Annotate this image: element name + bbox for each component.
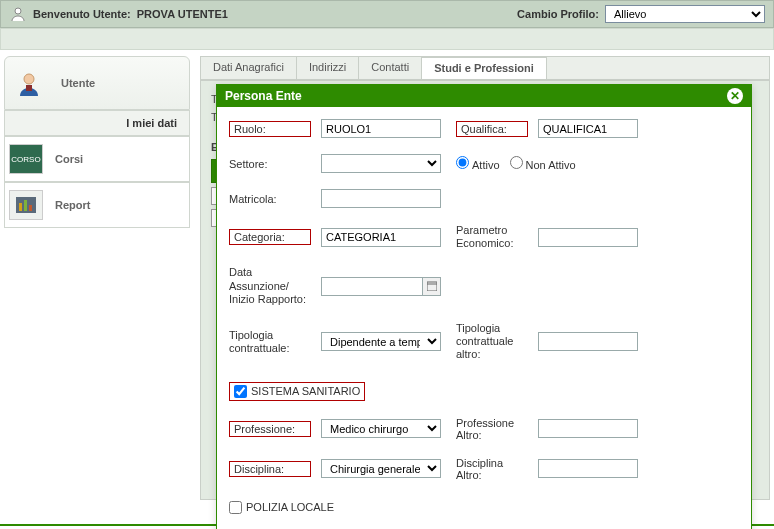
checkbox-sistema-sanitario[interactable] xyxy=(234,385,247,398)
select-professione[interactable]: Medico chirurgo xyxy=(321,419,441,438)
svg-rect-7 xyxy=(427,282,437,291)
label-qualifica: Qualifica: xyxy=(456,121,528,137)
label-disciplina-altro: Disciplina Altro: xyxy=(456,457,528,481)
label-settore: Settore: xyxy=(229,158,311,170)
checkbox-polizia-locale[interactable] xyxy=(229,501,242,514)
select-disciplina[interactable]: Chirurgia generale xyxy=(321,459,441,478)
label-param-econ: Parametro Economico: xyxy=(456,224,528,250)
profile-block: Cambio Profilo: Allievo xyxy=(517,5,765,23)
input-ruolo[interactable] xyxy=(321,119,441,138)
calendar-icon[interactable] xyxy=(423,277,441,296)
sub-bar xyxy=(0,28,774,50)
sidebar-item-label: Utente xyxy=(61,77,95,89)
label-categoria: Categoria: xyxy=(229,229,311,245)
welcome-username: PROVA UTENTE1 xyxy=(137,8,228,20)
report-icon xyxy=(9,190,43,220)
select-tipologia-contr[interactable]: Dipendente a tempo in xyxy=(321,332,441,351)
welcome-prefix: Benvenuto Utente: xyxy=(33,8,131,20)
svg-rect-6 xyxy=(29,205,32,211)
svg-point-1 xyxy=(24,74,34,84)
close-icon[interactable]: ✕ xyxy=(727,88,743,104)
svg-point-0 xyxy=(15,8,21,14)
tab-dati-anagrafici[interactable]: Dati Anagrafici xyxy=(201,57,297,79)
label-data-assunzione: Data Assunzione/ Inizio Rapporto: xyxy=(229,266,311,306)
tab-indirizzi[interactable]: Indirizzi xyxy=(297,57,359,79)
input-param-econ[interactable] xyxy=(538,228,638,247)
modal-title-text: Persona Ente xyxy=(225,89,302,103)
svg-rect-5 xyxy=(24,200,27,211)
date-assunzione-wrap xyxy=(321,277,441,296)
label-tipologia-contr-altro: Tipologia contrattuale altro: xyxy=(456,322,528,362)
label-polizia-locale: POLIZIA LOCALE xyxy=(246,501,334,513)
user-avatar-icon xyxy=(9,68,49,98)
sidebar-item-report[interactable]: Report xyxy=(4,182,190,228)
content-area: Dati Anagrafici Indirizzi Contatti Studi… xyxy=(200,56,770,516)
attivo-radios: Attivo Non Attivo xyxy=(456,156,638,171)
tab-contatti[interactable]: Contatti xyxy=(359,57,422,79)
label-tipologia-contr: Tipologia contrattuale: xyxy=(229,329,311,355)
input-professione-altro[interactable] xyxy=(538,419,638,438)
sidebar-sub-label: I miei dati xyxy=(126,117,177,129)
welcome-block: Benvenuto Utente: PROVA UTENTE1 xyxy=(9,5,228,23)
tabs: Dati Anagrafici Indirizzi Contatti Studi… xyxy=(200,56,770,80)
input-tipologia-contr-altro[interactable] xyxy=(538,332,638,351)
svg-rect-4 xyxy=(19,203,22,211)
input-disciplina-altro[interactable] xyxy=(538,459,638,478)
label-professione: Professione: xyxy=(229,421,311,437)
profile-label: Cambio Profilo: xyxy=(517,8,599,20)
profile-select[interactable]: Allievo xyxy=(605,5,765,23)
sidebar-item-label: Report xyxy=(55,199,90,211)
select-settore[interactable] xyxy=(321,154,441,173)
sidebar: Utente I miei dati CORSO Corsi Report xyxy=(4,56,190,228)
sidebar-item-utente[interactable]: Utente xyxy=(4,56,190,110)
input-data-assunzione[interactable] xyxy=(321,277,423,296)
modal-titlebar: Persona Ente ✕ xyxy=(217,85,751,107)
persona-ente-modal: Persona Ente ✕ Ruolo: Qualifica: Settore… xyxy=(216,84,752,529)
input-categoria[interactable] xyxy=(321,228,441,247)
sidebar-sub-imieidati[interactable]: I miei dati xyxy=(4,110,190,136)
sidebar-item-label: Corsi xyxy=(55,153,83,165)
radio-attivo[interactable]: Attivo xyxy=(456,156,500,171)
tab-studi-professioni[interactable]: Studi e Professioni xyxy=(422,57,547,79)
label-sistema-sanitario: SISTEMA SANITARIO xyxy=(251,385,360,397)
label-matricola: Matricola: xyxy=(229,193,311,205)
sidebar-item-corsi[interactable]: CORSO Corsi xyxy=(4,136,190,182)
input-matricola[interactable] xyxy=(321,189,441,208)
check-sistema-sanitario[interactable]: SISTEMA SANITARIO xyxy=(229,382,365,401)
check-polizia-locale[interactable]: POLIZIA LOCALE xyxy=(229,501,638,514)
label-professione-altro: Professione Altro: xyxy=(456,417,528,441)
course-icon: CORSO xyxy=(9,144,43,174)
input-qualifica[interactable] xyxy=(538,119,638,138)
top-bar: Benvenuto Utente: PROVA UTENTE1 Cambio P… xyxy=(0,0,774,28)
label-disciplina: Disciplina: xyxy=(229,461,311,477)
svg-rect-2 xyxy=(26,85,32,91)
user-icon xyxy=(9,5,27,23)
radio-non-attivo[interactable]: Non Attivo xyxy=(510,156,576,171)
label-ruolo: Ruolo: xyxy=(229,121,311,137)
